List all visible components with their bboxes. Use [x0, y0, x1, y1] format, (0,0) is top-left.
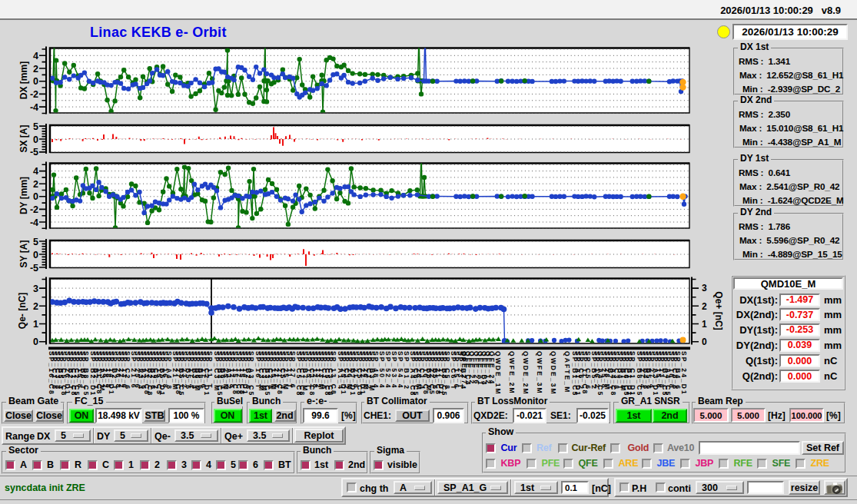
svg-text:SP_A3_C5: SP_A3_C5 — [247, 351, 255, 396]
svg-text:SP_27_6: SP_27_6 — [289, 351, 297, 390]
svg-text:QWDE_2M: QWDE_2M — [522, 351, 530, 396]
svg-text:2: 2 — [702, 301, 707, 312]
svg-text:-5: -5 — [30, 147, 38, 158]
svg-text:Qe- [nC]: Qe- [nC] — [17, 293, 28, 329]
svg-text:1: 1 — [702, 319, 707, 330]
svg-text:QWFE_2M: QWFE_2M — [508, 351, 516, 395]
svg-text:5: 5 — [33, 237, 38, 247]
svg-text:DY [mm]: DY [mm] — [18, 177, 29, 214]
svg-text:QWDE_3M: QWDE_3M — [550, 351, 557, 396]
svg-text:SP_C2_6: SP_C2_6 — [124, 351, 131, 390]
svg-text:-4: -4 — [30, 217, 38, 228]
svg-text:SP_11_T: SP_11_T — [206, 351, 214, 390]
svg-text:0: 0 — [33, 337, 38, 347]
svg-text:1: 1 — [33, 319, 38, 330]
svg-text:5: 5 — [33, 121, 38, 132]
svg-text:-4: -4 — [30, 102, 38, 113]
svg-text:0: 0 — [33, 134, 38, 145]
svg-text:-5: -5 — [30, 263, 38, 274]
svg-text:0: 0 — [33, 250, 38, 260]
svg-text:2: 2 — [33, 179, 38, 190]
svg-text:2: 2 — [33, 301, 38, 312]
svg-text:SP_A4_8: SP_A4_8 — [165, 351, 173, 390]
svg-text:DX [mm]: DX [mm] — [18, 61, 29, 99]
svg-text:3: 3 — [33, 284, 38, 294]
svg-text:0: 0 — [702, 337, 707, 347]
svg-text:QAFTE_M: QAFTE_M — [563, 351, 571, 393]
svg-text:0: 0 — [33, 191, 38, 202]
svg-text:3: 3 — [702, 283, 707, 293]
svg-text:SY [A]: SY [A] — [18, 240, 29, 268]
svg-text:SX [A]: SX [A] — [18, 124, 29, 152]
svg-text:SP_B8_C5: SP_B8_C5 — [82, 351, 90, 396]
svg-text:QWDE_1M: QWDE_1M — [494, 351, 502, 396]
svg-text:0: 0 — [33, 76, 38, 87]
svg-text:4: 4 — [33, 51, 38, 61]
svg-text:-2: -2 — [30, 89, 38, 100]
svg-text:-2: -2 — [30, 204, 38, 215]
svg-text:2: 2 — [33, 64, 38, 75]
svg-text:SP_13_C8: SP_13_C8 — [330, 351, 337, 396]
svg-text:4: 4 — [33, 166, 38, 177]
svg-text:QWFE_3M: QWFE_3M — [536, 351, 543, 395]
svg-text:SP_24_D1: SP_24_D1 — [680, 351, 688, 396]
